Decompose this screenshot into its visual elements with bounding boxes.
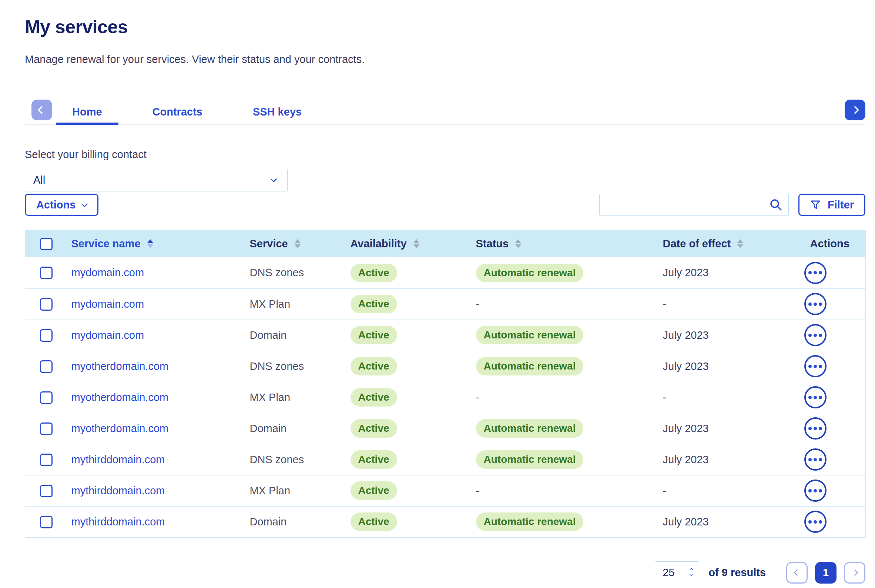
row-checkbox[interactable] — [40, 329, 52, 342]
status-badge: - — [476, 484, 479, 497]
column-header-service-name[interactable]: Service name — [72, 238, 250, 250]
ellipsis-icon — [808, 427, 812, 430]
toolbar: Actions Filter — [25, 194, 865, 216]
service-name-link[interactable]: myotherdomain.com — [72, 392, 169, 403]
column-header-availability[interactable]: Availability — [351, 238, 476, 250]
column-header-date-of-effect[interactable]: Date of effect — [663, 238, 799, 250]
service-name-link[interactable]: mydomain.com — [72, 298, 144, 310]
status-badge: Automatic renewal — [476, 357, 584, 375]
service-type: MX Plan — [250, 392, 291, 403]
service-name-link[interactable]: myotherdomain.com — [72, 423, 169, 434]
tab-contracts[interactable]: Contracts — [136, 100, 219, 124]
service-name-link[interactable]: myotherdomain.com — [72, 360, 169, 372]
row-checkbox[interactable] — [40, 516, 52, 528]
tabs-scroll-right-button[interactable] — [845, 100, 865, 120]
row-actions-button[interactable] — [804, 355, 827, 377]
row-checkbox[interactable] — [40, 392, 52, 404]
row-checkbox[interactable] — [40, 298, 52, 310]
column-header-service[interactable]: Service — [250, 238, 351, 250]
search-input[interactable] — [599, 194, 788, 216]
next-page-button[interactable] — [844, 562, 865, 584]
ellipsis-icon — [808, 396, 812, 399]
row-checkbox[interactable] — [40, 423, 52, 435]
filter-icon — [810, 199, 821, 210]
sort-icon[interactable] — [414, 239, 420, 248]
current-page-button[interactable]: 1 — [815, 562, 836, 584]
chevron-left-icon — [38, 106, 46, 114]
date-of-effect: July 2023 — [663, 423, 709, 434]
select-all-checkbox[interactable] — [40, 238, 52, 250]
row-actions-button[interactable] — [804, 324, 827, 346]
service-type: DNS zones — [250, 360, 304, 372]
service-name-link[interactable]: mydomain.com — [72, 329, 144, 341]
chevron-down-icon — [270, 176, 277, 182]
row-checkbox[interactable] — [40, 485, 52, 497]
tabs: Home Contracts SSH keys — [56, 100, 336, 124]
tab-home[interactable]: Home — [56, 100, 118, 124]
service-type: MX Plan — [250, 485, 291, 496]
status-badge: Automatic renewal — [476, 450, 584, 469]
page-size-select[interactable]: 25 — [655, 561, 699, 584]
row-actions-button[interactable] — [804, 417, 827, 440]
tabs-scroll-left-button[interactable] — [31, 100, 52, 120]
billing-contact-select[interactable]: All — [25, 169, 288, 191]
row-actions-button[interactable] — [804, 511, 827, 533]
search-icon[interactable] — [769, 198, 782, 212]
table-row: mydomain.com MX Plan Active - - — [25, 288, 866, 320]
status-badge: - — [476, 298, 479, 310]
service-name-link[interactable]: mydomain.com — [72, 267, 144, 279]
sort-icon[interactable] — [295, 239, 301, 248]
column-header-actions: Actions — [810, 238, 850, 250]
services-table: Service name Service Availability — [25, 230, 866, 538]
table-row: mythirddomain.com DNS zones Active Autom… — [25, 444, 866, 475]
table-row: mydomain.com Domain Active Automatic ren… — [25, 320, 866, 351]
ellipsis-icon — [808, 303, 812, 306]
date-of-effect: July 2023 — [663, 516, 709, 528]
table-header-row: Service name Service Availability — [25, 230, 866, 257]
availability-badge: Active — [351, 450, 397, 469]
chevron-right-icon — [851, 106, 860, 114]
ellipsis-icon — [808, 365, 812, 368]
ellipsis-icon — [808, 458, 812, 461]
sort-icon[interactable] — [737, 239, 743, 248]
table-row: myotherdomain.com Domain Active Automati… — [25, 413, 866, 444]
actions-button-label: Actions — [36, 199, 75, 211]
row-actions-button[interactable] — [804, 262, 827, 284]
column-header-status[interactable]: Status — [476, 238, 663, 250]
row-actions-button[interactable] — [804, 293, 827, 315]
availability-badge: Active — [351, 357, 397, 375]
date-of-effect: - — [663, 485, 667, 496]
service-name-link[interactable]: mythirddomain.com — [72, 454, 165, 465]
availability-badge: Active — [351, 513, 397, 531]
row-checkbox[interactable] — [40, 454, 52, 466]
availability-badge: Active — [351, 419, 397, 438]
previous-page-button[interactable] — [786, 562, 808, 584]
service-name-link[interactable]: mythirddomain.com — [72, 485, 165, 496]
chevron-right-icon — [851, 569, 858, 576]
page-size-value: 25 — [662, 567, 674, 579]
table-row: mythirddomain.com MX Plan Active - - — [25, 475, 866, 506]
actions-button[interactable]: Actions — [25, 194, 99, 216]
page-title: My services — [25, 16, 865, 38]
service-type: MX Plan — [250, 298, 291, 310]
tab-ssh-keys[interactable]: SSH keys — [237, 100, 318, 124]
table-row: mythirddomain.com Domain Active Automati… — [25, 506, 866, 537]
service-type: Domain — [250, 329, 287, 341]
services-table-body: mydomain.com DNS zones Active Automatic … — [25, 257, 866, 537]
service-type: Domain — [250, 516, 287, 528]
service-name-link[interactable]: mythirddomain.com — [72, 516, 165, 528]
row-actions-button[interactable] — [804, 448, 827, 471]
service-type: Domain — [250, 423, 287, 434]
row-actions-button[interactable] — [804, 386, 827, 408]
availability-badge: Active — [351, 295, 397, 313]
stepper-icon — [690, 568, 693, 577]
filter-button[interactable]: Filter — [799, 194, 865, 216]
my-services-page: My services Manage renewal for your serv… — [25, 0, 865, 584]
row-checkbox[interactable] — [40, 267, 52, 279]
sort-icon[interactable] — [515, 239, 521, 248]
row-actions-button[interactable] — [804, 480, 827, 502]
date-of-effect: July 2023 — [663, 329, 709, 341]
date-of-effect: July 2023 — [663, 454, 709, 465]
row-checkbox[interactable] — [40, 360, 52, 373]
sort-icon[interactable] — [147, 239, 153, 248]
